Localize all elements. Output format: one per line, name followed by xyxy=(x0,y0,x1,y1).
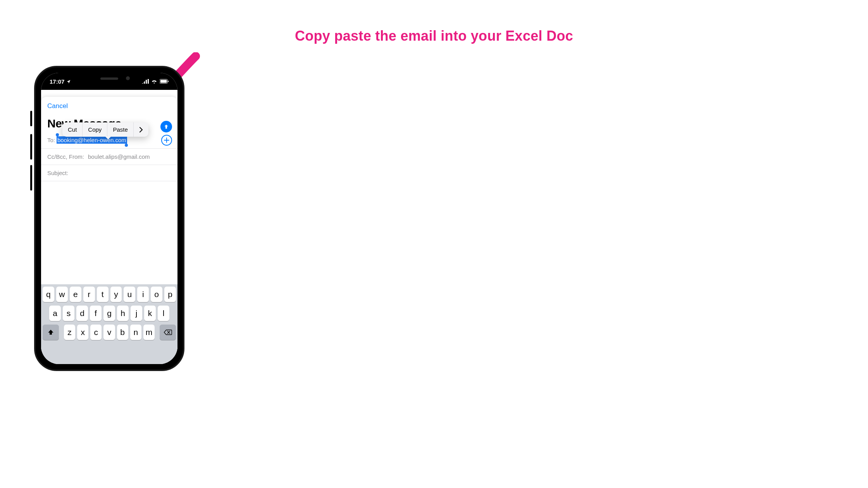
svg-rect-3 xyxy=(148,79,149,84)
keyboard-key-c[interactable]: c xyxy=(90,325,102,340)
phone-mute-switch xyxy=(30,111,32,126)
svg-rect-6 xyxy=(168,81,169,82)
keyboard-key-p[interactable]: p xyxy=(164,287,176,302)
keyboard-key-o[interactable]: o xyxy=(151,287,162,302)
keyboard-key-b[interactable]: b xyxy=(117,325,128,340)
context-cut[interactable]: Cut xyxy=(62,122,83,137)
context-copy[interactable]: Copy xyxy=(83,122,107,137)
add-contact-button[interactable] xyxy=(161,135,172,146)
subject-label: Subject: xyxy=(47,170,68,176)
keyboard-key-d[interactable]: d xyxy=(76,306,88,321)
keyboard-key-m[interactable]: m xyxy=(143,325,155,340)
keyboard-key-i[interactable]: i xyxy=(137,287,149,302)
send-button[interactable] xyxy=(160,121,172,132)
battery-icon xyxy=(160,79,169,84)
svg-rect-2 xyxy=(146,80,147,84)
keyboard-row-1: qwertyuiop xyxy=(43,287,176,302)
iphone-frame: 17:07 Cancel New Message Cut Cop xyxy=(34,66,184,371)
keyboard-key-h[interactable]: h xyxy=(117,306,129,321)
backspace-key[interactable] xyxy=(160,325,176,340)
chevron-right-icon xyxy=(139,127,143,132)
subject-row[interactable]: Subject: xyxy=(41,165,177,181)
backspace-icon xyxy=(164,329,172,335)
keyboard-key-z[interactable]: z xyxy=(64,325,75,340)
cc-bcc-from-label: Cc/Bcc, From: xyxy=(47,153,84,160)
keyboard-key-q[interactable]: q xyxy=(43,287,54,302)
keyboard-key-n[interactable]: n xyxy=(130,325,141,340)
keyboard-key-j[interactable]: j xyxy=(131,306,142,321)
phone-screen: 17:07 Cancel New Message Cut Cop xyxy=(41,73,177,364)
keyboard-row-2: asdfghjkl xyxy=(43,306,176,321)
keyboard-key-r[interactable]: r xyxy=(83,287,95,302)
text-context-menu: Cut Copy Paste xyxy=(62,122,148,137)
keyboard-key-x[interactable]: x xyxy=(77,325,88,340)
arrow-up-icon xyxy=(163,124,169,130)
phone-volume-up xyxy=(30,134,32,160)
to-value-selected[interactable]: booking@helen-owen.com xyxy=(57,136,127,144)
keyboard-key-f[interactable]: f xyxy=(90,306,102,321)
status-time: 17:07 xyxy=(50,78,71,85)
to-label: To: xyxy=(47,137,55,143)
keyboard-key-y[interactable]: y xyxy=(110,287,122,302)
ios-keyboard: qwertyuiop asdfghjkl zxcvbnm xyxy=(41,284,177,364)
shift-key[interactable] xyxy=(43,325,59,340)
from-value: boulet.alips@gmail.com xyxy=(88,153,150,160)
context-paste[interactable]: Paste xyxy=(107,122,133,137)
cancel-button[interactable]: Cancel xyxy=(47,102,171,110)
context-more[interactable] xyxy=(134,122,148,137)
keyboard-row-3: zxcvbnm xyxy=(43,325,176,340)
keyboard-key-a[interactable]: a xyxy=(49,306,61,321)
phone-volume-down xyxy=(30,165,32,191)
keyboard-key-g[interactable]: g xyxy=(103,306,115,321)
compose-sheet: Cancel New Message Cut Copy Paste To: bo… xyxy=(41,97,177,364)
keyboard-key-w[interactable]: w xyxy=(56,287,68,302)
keyboard-key-v[interactable]: v xyxy=(103,325,115,340)
keyboard-key-e[interactable]: e xyxy=(70,287,81,302)
svg-rect-5 xyxy=(160,80,167,82)
cc-bcc-from-row[interactable]: Cc/Bcc, From: boulet.alips@gmail.com xyxy=(41,149,177,165)
phone-notch xyxy=(72,73,146,84)
instruction-callout: Copy paste the email into your Excel Doc xyxy=(0,28,868,44)
shift-icon xyxy=(47,329,54,336)
location-icon xyxy=(66,79,71,84)
plus-icon xyxy=(164,137,169,143)
wifi-icon xyxy=(151,79,157,84)
keyboard-key-t[interactable]: t xyxy=(97,287,108,302)
keyboard-key-u[interactable]: u xyxy=(124,287,135,302)
keyboard-key-l[interactable]: l xyxy=(158,306,169,321)
keyboard-key-s[interactable]: s xyxy=(63,306,74,321)
keyboard-key-k[interactable]: k xyxy=(144,306,156,321)
